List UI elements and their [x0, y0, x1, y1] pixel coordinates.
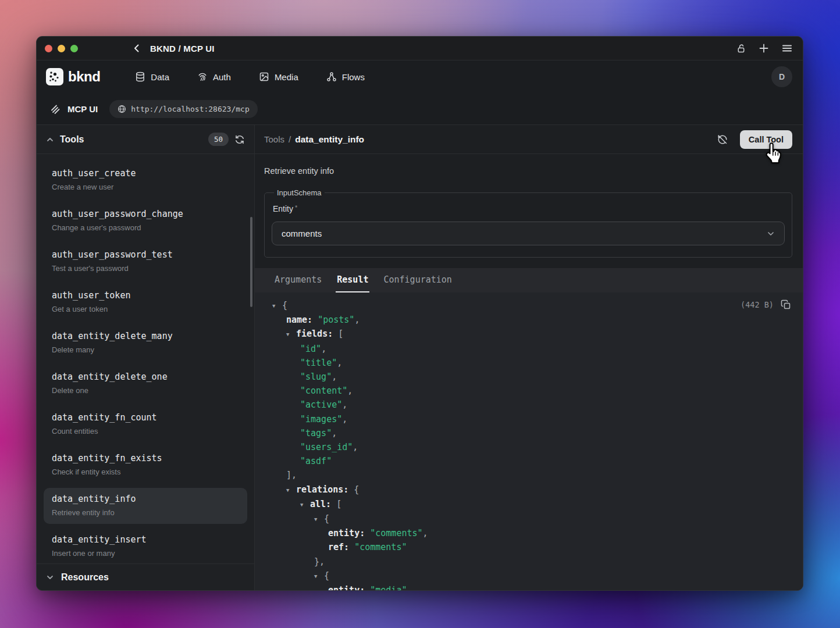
json-line: "active", — [255, 398, 803, 412]
tools-section-label: Tools — [60, 134, 84, 145]
nav-item-label: Auth — [213, 72, 231, 82]
required-mark: * — [295, 204, 297, 211]
json-line: "slug", — [255, 370, 803, 384]
mcp-ui-title: MCP UI — [67, 104, 98, 114]
chevron-left-icon — [131, 43, 142, 53]
result-json-viewer: (442 B) ▼{name: "posts",▼fields: ["id","… — [255, 292, 803, 590]
database-icon — [135, 72, 145, 82]
tool-detail-header: Tools / data_entity_info Call Tool — [255, 125, 803, 154]
collapse-toggle-icon[interactable]: ▼ — [286, 483, 296, 497]
sidebar-tool-auth_user_password_change[interactable]: auth_user_password_changeChange a user's… — [44, 203, 247, 239]
brand-logo[interactable]: bknd — [46, 68, 100, 85]
tools-count-badge: 50 — [208, 133, 229, 146]
back-button[interactable] — [131, 43, 142, 53]
json-tree: ▼{name: "posts",▼fields: ["id","title","… — [255, 298, 803, 590]
json-line: entity: "media", — [255, 583, 803, 590]
tool-name: auth_user_password_test — [52, 249, 239, 260]
sidebar-tool-data_entity_info[interactable]: data_entity_infoRetrieve entity info — [44, 488, 247, 524]
sidebar-tool-data_entity_delete_one[interactable]: data_entity_delete_oneDelete one — [44, 366, 247, 402]
app-navbar: bknd Data Auth Media Flows D — [37, 60, 803, 93]
nav-item-flows[interactable]: Flows — [326, 72, 365, 82]
sidebar-tool-data_entity_insert[interactable]: data_entity_insertInsert one or many — [44, 529, 247, 563]
tool-name: auth_user_create — [52, 168, 239, 179]
call-tool-button[interactable]: Call Tool — [740, 130, 792, 149]
input-schema-fieldset: InputSchema Entity* comments — [264, 188, 792, 258]
collapse-toggle-icon[interactable]: ▼ — [314, 569, 324, 583]
json-line: name: "posts", — [255, 313, 803, 327]
tool-name: data_entity_fn_exists — [52, 453, 239, 463]
mcp-toolbar: MCP UI http://localhost:28623/mcp — [37, 93, 803, 125]
tab-arguments[interactable]: Arguments — [273, 268, 323, 292]
tool-description: Insert one or many — [52, 549, 239, 558]
tool-description: Delete one — [52, 386, 239, 395]
globe-icon — [118, 105, 126, 113]
window-title: BKND / MCP UI — [150, 44, 215, 53]
plus-icon[interactable] — [759, 43, 769, 53]
tool-name: data_entity_delete_many — [52, 331, 239, 341]
breadcrumb-separator: / — [289, 134, 291, 144]
copy-result-button[interactable] — [781, 299, 791, 310]
menu-icon[interactable] — [782, 44, 792, 53]
json-line: ▼relations: { — [255, 483, 803, 497]
json-line: entity: "comments", — [255, 526, 803, 540]
json-line: ▼{ — [255, 569, 803, 583]
entity-select[interactable]: comments — [272, 222, 785, 245]
workflow-icon — [326, 72, 337, 82]
sidebar-tool-data_entity_delete_many[interactable]: data_entity_delete_manyDelete many — [44, 325, 247, 361]
sidebar-tool-auth_user_token[interactable]: auth_user_tokenGet a user token — [44, 284, 247, 320]
bknd-logo-icon — [46, 68, 63, 85]
collapse-toggle-icon[interactable]: ▼ — [300, 498, 310, 512]
traffic-lights — [45, 45, 78, 52]
zoom-window-button[interactable] — [70, 45, 78, 52]
tab-result[interactable]: Result — [336, 268, 369, 292]
nav-item-label: Flows — [342, 72, 365, 82]
json-line: "images", — [255, 412, 803, 426]
tool-detail-panel: Tools / data_entity_info Call Tool Retri… — [255, 125, 803, 590]
tool-name: data_entity_insert — [52, 534, 239, 545]
sidebar-tool-auth_user_password_test[interactable]: auth_user_password_testTest a user's pas… — [44, 244, 247, 280]
tool-description: Create a new user — [52, 183, 239, 191]
tool-description: Get a user token — [52, 305, 239, 313]
json-line: ], — [255, 468, 803, 482]
sidebar-tool-data_entity_fn_exists[interactable]: data_entity_fn_existsCheck if entity exi… — [44, 447, 247, 483]
chevron-up-icon — [46, 135, 54, 144]
collapse-toggle-icon[interactable]: ▼ — [286, 327, 296, 341]
image-icon — [259, 72, 269, 82]
tool-description: Delete many — [52, 345, 239, 354]
tool-name: data_entity_delete_one — [52, 372, 239, 382]
nav-item-data[interactable]: Data — [135, 72, 169, 82]
minimize-window-button[interactable] — [58, 45, 65, 52]
layers-icon — [49, 104, 60, 115]
json-line: "id", — [255, 342, 803, 356]
collapse-toggle-icon[interactable]: ▼ — [272, 299, 282, 313]
user-avatar[interactable]: D — [771, 66, 792, 87]
breadcrumb-section[interactable]: Tools — [264, 134, 284, 144]
nav-item-auth[interactable]: Auth — [197, 72, 231, 82]
nav-item-media[interactable]: Media — [259, 72, 298, 82]
tools-section-header[interactable]: Tools 50 — [37, 125, 254, 154]
content-area: Tools 50 auth_user_createCreate a new us… — [37, 125, 803, 590]
lock-open-icon[interactable] — [736, 43, 746, 53]
tool-description: Test a user's password — [52, 264, 239, 273]
nav-items: Data Auth Media Flows — [135, 72, 365, 82]
tab-configuration[interactable]: Configuration — [382, 268, 453, 292]
chevron-down-icon — [46, 573, 54, 581]
resources-section-header[interactable]: Resources — [37, 563, 254, 590]
collapse-toggle-icon[interactable]: ▼ — [314, 512, 324, 526]
mcp-url-pill[interactable]: http://localhost:28623/mcp — [109, 100, 258, 118]
tool-name: data_entity_info — [52, 494, 239, 504]
mcp-url: http://localhost:28623/mcp — [131, 105, 250, 113]
json-line: "asdf" — [255, 454, 803, 468]
sidebar-tool-data_entity_fn_count[interactable]: data_entity_fn_countCount entities — [44, 406, 247, 443]
tools-list: auth_user_createCreate a new userauth_us… — [37, 154, 254, 563]
sidebar-scrollbar[interactable] — [250, 217, 252, 307]
refresh-tools-button[interactable] — [234, 134, 245, 145]
json-line: ref: "comments" — [255, 540, 803, 554]
tool-name: auth_user_password_change — [52, 209, 239, 219]
chevron-down-icon — [767, 230, 775, 238]
resources-section-label: Resources — [61, 572, 109, 583]
history-disabled-button[interactable] — [717, 134, 728, 145]
sidebar-tool-auth_user_create[interactable]: auth_user_createCreate a new user — [44, 162, 247, 198]
input-schema-legend: InputSchema — [274, 188, 325, 197]
close-window-button[interactable] — [45, 45, 52, 52]
